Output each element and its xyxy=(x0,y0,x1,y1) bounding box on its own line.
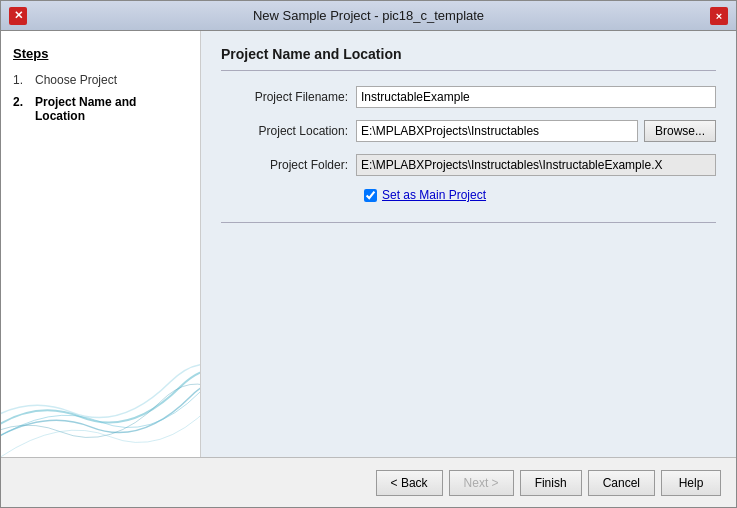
filename-input[interactable] xyxy=(356,86,716,108)
steps-list: 1. Choose Project 2. Project Name and Lo… xyxy=(13,73,188,123)
finish-button[interactable]: Finish xyxy=(520,470,582,496)
main-panel: Project Name and Location Project Filena… xyxy=(201,31,736,457)
back-button[interactable]: < Back xyxy=(376,470,443,496)
step-1-number: 1. xyxy=(13,73,31,87)
app-icon: ✕ xyxy=(9,7,27,25)
main-project-label[interactable]: Set as Main Project xyxy=(382,188,486,202)
location-input[interactable] xyxy=(356,120,638,142)
help-button[interactable]: Help xyxy=(661,470,721,496)
step-2-label: Project Name and Location xyxy=(35,95,188,123)
title-bar: ✕ New Sample Project - pic18_c_template … xyxy=(1,1,736,31)
folder-row: Project Folder: xyxy=(221,154,716,176)
step-1: 1. Choose Project xyxy=(13,73,188,87)
window-title: New Sample Project - pic18_c_template xyxy=(27,8,710,23)
wave-decoration xyxy=(1,337,200,457)
filename-row: Project Filename: xyxy=(221,86,716,108)
panel-title: Project Name and Location xyxy=(221,46,716,71)
folder-label: Project Folder: xyxy=(221,158,356,172)
browse-button[interactable]: Browse... xyxy=(644,120,716,142)
main-window: ✕ New Sample Project - pic18_c_template … xyxy=(0,0,737,508)
next-button[interactable]: Next > xyxy=(449,470,514,496)
content-area: Steps 1. Choose Project 2. Project Name … xyxy=(1,31,736,457)
footer: < Back Next > Finish Cancel Help xyxy=(1,457,736,507)
divider xyxy=(221,222,716,223)
main-project-checkbox[interactable] xyxy=(364,189,377,202)
location-row: Project Location: Browse... xyxy=(221,120,716,142)
step-2-number: 2. xyxy=(13,95,31,109)
step-1-label: Choose Project xyxy=(35,73,117,87)
main-project-row: Set as Main Project xyxy=(364,188,716,202)
location-label: Project Location: xyxy=(221,124,356,138)
step-2: 2. Project Name and Location xyxy=(13,95,188,123)
folder-input xyxy=(356,154,716,176)
filename-label: Project Filename: xyxy=(221,90,356,104)
close-button[interactable]: × xyxy=(710,7,728,25)
sidebar: Steps 1. Choose Project 2. Project Name … xyxy=(1,31,201,457)
cancel-button[interactable]: Cancel xyxy=(588,470,655,496)
sidebar-title: Steps xyxy=(13,46,188,61)
